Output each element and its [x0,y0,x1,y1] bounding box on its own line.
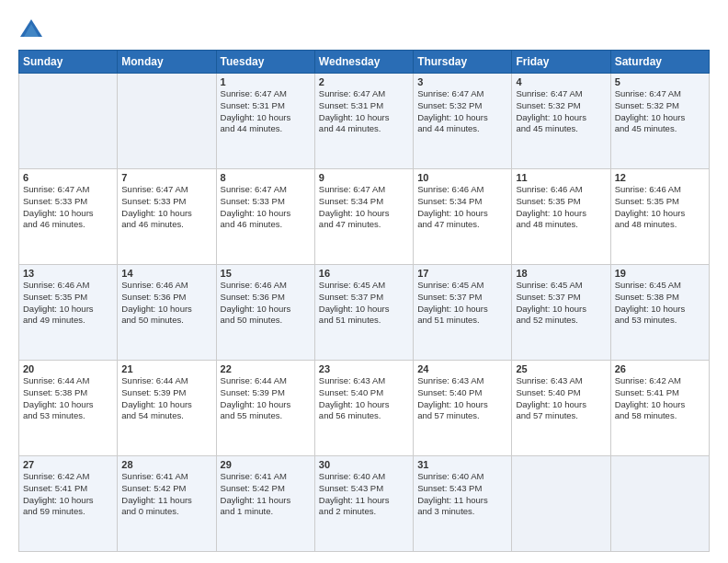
calendar-cell: 24Sunrise: 6:43 AM Sunset: 5:40 PM Dayli… [414,361,512,456]
day-number: 1 [221,76,311,87]
day-info: Sunrise: 6:40 AM Sunset: 5:43 PM Dayligh… [319,471,409,518]
day-info: Sunrise: 6:46 AM Sunset: 5:35 PM Dayligh… [615,184,705,231]
day-info: Sunrise: 6:47 AM Sunset: 5:32 PM Dayligh… [417,88,507,135]
day-number: 9 [319,172,409,183]
day-number: 28 [121,459,211,470]
calendar-cell: 26Sunrise: 6:42 AM Sunset: 5:41 PM Dayli… [610,361,709,456]
day-info: Sunrise: 6:47 AM Sunset: 5:32 PM Dayligh… [615,88,705,135]
day-number: 22 [221,363,311,374]
calendar-cell: 5Sunrise: 6:47 AM Sunset: 5:32 PM Daylig… [610,74,709,169]
day-number: 2 [319,76,409,87]
day-number: 27 [23,459,113,470]
weekday-header-tuesday: Tuesday [216,51,314,74]
calendar-cell: 20Sunrise: 6:44 AM Sunset: 5:38 PM Dayli… [19,361,118,456]
day-info: Sunrise: 6:46 AM Sunset: 5:35 PM Dayligh… [516,184,606,231]
calendar-cell: 18Sunrise: 6:45 AM Sunset: 5:37 PM Dayli… [512,265,610,361]
day-number: 24 [417,363,507,374]
day-info: Sunrise: 6:43 AM Sunset: 5:40 PM Dayligh… [516,375,606,422]
calendar-cell: 9Sunrise: 6:47 AM Sunset: 5:34 PM Daylig… [314,169,413,265]
day-number: 8 [221,172,311,183]
day-info: Sunrise: 6:47 AM Sunset: 5:31 PM Dayligh… [319,88,409,135]
calendar-week-row: 1Sunrise: 6:47 AM Sunset: 5:31 PM Daylig… [19,74,710,169]
day-info: Sunrise: 6:42 AM Sunset: 5:41 PM Dayligh… [23,471,113,518]
calendar-cell: 2Sunrise: 6:47 AM Sunset: 5:31 PM Daylig… [314,74,413,169]
calendar-cell: 29Sunrise: 6:41 AM Sunset: 5:42 PM Dayli… [216,456,314,552]
day-info: Sunrise: 6:41 AM Sunset: 5:42 PM Dayligh… [121,471,211,518]
day-info: Sunrise: 6:47 AM Sunset: 5:33 PM Dayligh… [23,184,113,231]
calendar-cell: 27Sunrise: 6:42 AM Sunset: 5:41 PM Dayli… [19,456,118,552]
day-number: 23 [319,363,409,374]
day-number: 3 [417,76,507,87]
logo-icon [18,17,44,42]
calendar-cell: 10Sunrise: 6:46 AM Sunset: 5:34 PM Dayli… [414,169,512,265]
day-number: 21 [121,363,211,374]
day-number: 4 [516,76,606,87]
day-number: 31 [417,459,507,470]
day-info: Sunrise: 6:45 AM Sunset: 5:38 PM Dayligh… [615,280,705,327]
calendar-week-row: 13Sunrise: 6:46 AM Sunset: 5:35 PM Dayli… [19,265,710,361]
calendar-cell: 23Sunrise: 6:43 AM Sunset: 5:40 PM Dayli… [314,361,413,456]
day-number: 17 [417,268,507,279]
day-info: Sunrise: 6:47 AM Sunset: 5:31 PM Dayligh… [221,88,311,135]
calendar-cell: 7Sunrise: 6:47 AM Sunset: 5:33 PM Daylig… [118,169,216,265]
calendar-cell: 15Sunrise: 6:46 AM Sunset: 5:36 PM Dayli… [216,265,314,361]
day-number: 14 [121,268,211,279]
calendar-cell [512,456,610,552]
calendar-cell: 4Sunrise: 6:47 AM Sunset: 5:32 PM Daylig… [512,74,610,169]
calendar-cell: 8Sunrise: 6:47 AM Sunset: 5:33 PM Daylig… [216,169,314,265]
calendar-cell: 25Sunrise: 6:43 AM Sunset: 5:40 PM Dayli… [512,361,610,456]
day-info: Sunrise: 6:42 AM Sunset: 5:41 PM Dayligh… [615,375,705,422]
logo [18,17,48,42]
day-info: Sunrise: 6:46 AM Sunset: 5:35 PM Dayligh… [23,280,113,327]
weekday-header-thursday: Thursday [414,51,512,74]
day-info: Sunrise: 6:41 AM Sunset: 5:42 PM Dayligh… [221,471,311,518]
calendar-cell: 22Sunrise: 6:44 AM Sunset: 5:39 PM Dayli… [216,361,314,456]
weekday-header-sunday: Sunday [19,51,118,74]
day-info: Sunrise: 6:45 AM Sunset: 5:37 PM Dayligh… [319,280,409,327]
weekday-header-monday: Monday [118,51,216,74]
day-info: Sunrise: 6:40 AM Sunset: 5:43 PM Dayligh… [417,471,507,518]
calendar-cell: 11Sunrise: 6:46 AM Sunset: 5:35 PM Dayli… [512,169,610,265]
calendar-cell: 30Sunrise: 6:40 AM Sunset: 5:43 PM Dayli… [314,456,413,552]
calendar: SundayMondayTuesdayWednesdayThursdayFrid… [18,50,710,552]
calendar-cell: 28Sunrise: 6:41 AM Sunset: 5:42 PM Dayli… [118,456,216,552]
day-info: Sunrise: 6:44 AM Sunset: 5:39 PM Dayligh… [221,375,311,422]
calendar-cell: 21Sunrise: 6:44 AM Sunset: 5:39 PM Dayli… [118,361,216,456]
calendar-week-row: 20Sunrise: 6:44 AM Sunset: 5:38 PM Dayli… [19,361,710,456]
day-info: Sunrise: 6:47 AM Sunset: 5:32 PM Dayligh… [516,88,606,135]
day-number: 10 [417,172,507,183]
day-number: 29 [221,459,311,470]
day-info: Sunrise: 6:45 AM Sunset: 5:37 PM Dayligh… [516,280,606,327]
weekday-header-row: SundayMondayTuesdayWednesdayThursdayFrid… [19,51,710,74]
day-info: Sunrise: 6:45 AM Sunset: 5:37 PM Dayligh… [417,280,507,327]
weekday-header-wednesday: Wednesday [314,51,413,74]
day-number: 25 [516,363,606,374]
day-number: 15 [221,268,311,279]
day-number: 6 [23,172,113,183]
calendar-cell: 19Sunrise: 6:45 AM Sunset: 5:38 PM Dayli… [610,265,709,361]
day-number: 19 [615,268,705,279]
calendar-cell [19,74,118,169]
day-info: Sunrise: 6:43 AM Sunset: 5:40 PM Dayligh… [319,375,409,422]
day-number: 11 [516,172,606,183]
calendar-week-row: 6Sunrise: 6:47 AM Sunset: 5:33 PM Daylig… [19,169,710,265]
day-number: 26 [615,363,705,374]
day-info: Sunrise: 6:47 AM Sunset: 5:33 PM Dayligh… [221,184,311,231]
day-number: 5 [615,76,705,87]
day-number: 18 [516,268,606,279]
calendar-cell: 12Sunrise: 6:46 AM Sunset: 5:35 PM Dayli… [610,169,709,265]
day-info: Sunrise: 6:44 AM Sunset: 5:39 PM Dayligh… [121,375,211,422]
day-number: 7 [121,172,211,183]
day-info: Sunrise: 6:47 AM Sunset: 5:34 PM Dayligh… [319,184,409,231]
calendar-cell: 1Sunrise: 6:47 AM Sunset: 5:31 PM Daylig… [216,74,314,169]
day-number: 12 [615,172,705,183]
day-info: Sunrise: 6:43 AM Sunset: 5:40 PM Dayligh… [417,375,507,422]
calendar-cell: 31Sunrise: 6:40 AM Sunset: 5:43 PM Dayli… [414,456,512,552]
calendar-cell [610,456,709,552]
weekday-header-saturday: Saturday [610,51,709,74]
day-info: Sunrise: 6:47 AM Sunset: 5:33 PM Dayligh… [121,184,211,231]
calendar-cell: 6Sunrise: 6:47 AM Sunset: 5:33 PM Daylig… [19,169,118,265]
calendar-cell: 3Sunrise: 6:47 AM Sunset: 5:32 PM Daylig… [414,74,512,169]
calendar-cell: 16Sunrise: 6:45 AM Sunset: 5:37 PM Dayli… [314,265,413,361]
day-info: Sunrise: 6:46 AM Sunset: 5:36 PM Dayligh… [221,280,311,327]
